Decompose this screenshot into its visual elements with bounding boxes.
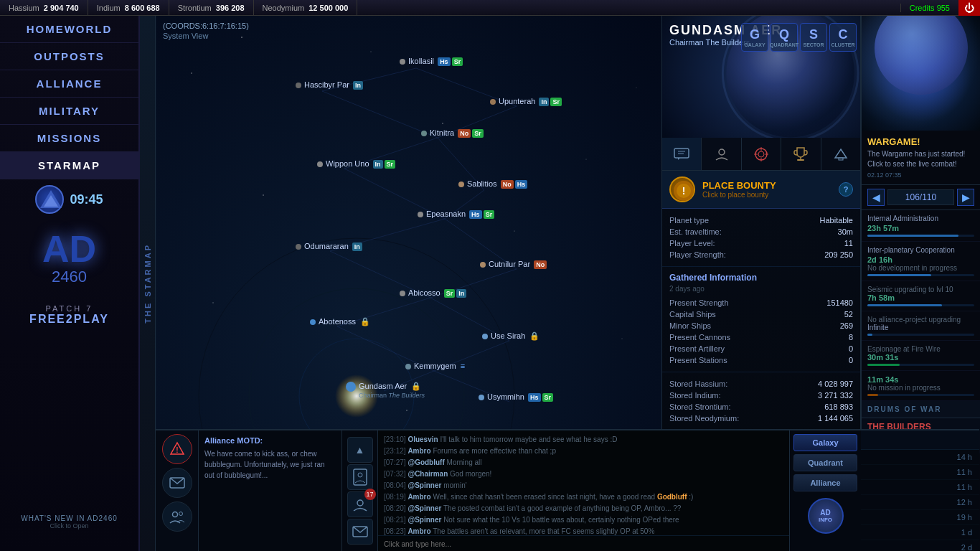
chat-message: [23:12] Ambro Forums are more effective … [384,446,783,457]
gathered-cannons: Present Cannons 8 [669,331,853,343]
motd-title: Alliance MOTD: [204,436,336,445]
bounty-icon: ! [669,176,695,202]
view-alliance-btn[interactable]: Alliance [793,474,857,491]
planet-cutnilur-par[interactable]: Cutnilur Par No [480,260,547,269]
action-chat[interactable] [662,138,702,170]
planet-epeasnakn[interactable]: Epeasnakn HsSr [418,209,494,219]
bottom-mid-btns: ▲ 17 [342,430,378,551]
svg-point-10 [622,339,623,339]
action-trophy[interactable] [781,138,821,170]
gathered-when: 2 days ago [669,285,853,293]
stored-indium: Stored Indium: 3 271 332 [669,390,853,401]
planet-dot [479,395,484,400]
planet-kitnitra[interactable]: Kitnitra NoSr [421,128,484,138]
nav-military[interactable]: MILITARY [0,98,138,125]
chat-messages: [23:10] Oluesvin I'll talk to him tomorr… [378,430,789,535]
svg-point-67 [357,500,363,506]
gathered-section: Gathered Information 2 days ago Present … [662,267,860,372]
view-quadrant-btn[interactable]: Quadrant [793,454,857,471]
planet-ikollasil[interactable]: Ikollasil HsSr [400,57,463,66]
gathered-artillery: Present Artillery 0 [669,343,853,354]
gathered-strength: Present Strength 151480 [669,297,853,309]
bottom-icons-left: ! [156,430,199,551]
stored-strontium: Stored Strontium: 618 893 [669,401,853,413]
chat-input[interactable] [384,540,783,548]
timer-display: 09:45 [70,192,103,207]
view-sector-btn[interactable]: S SECTOR [800,23,827,52]
svg-point-11 [406,410,407,411]
game-logo-year: 2460 [0,268,138,286]
nav-next-btn[interactable]: ▶ [957,189,974,206]
action-profile[interactable] [702,138,741,170]
planet-abicosso[interactable]: Abicosso SrIn [400,288,466,298]
mail-btn[interactable] [347,519,373,545]
planet-dot [346,382,356,392]
bounty-help-btn[interactable]: ? [839,182,853,197]
players-icon[interactable] [162,501,192,532]
ad-info-btn[interactable]: AD INFO [793,498,857,534]
bounty-bar[interactable]: ! PLACE BOUNTY Click to place bounty ? [662,171,860,209]
stored-neodymium: Stored Neodymium: 1 144 065 [669,413,853,424]
wargame-banner[interactable] [862,16,980,131]
view-cluster-btn[interactable]: C CLUSTER [829,23,857,52]
sidebar-stripe: THE STARMAP [140,16,156,551]
wargame-info[interactable]: WARGAME! The Wargame has just started! C… [862,131,980,185]
view-galaxy-btn[interactable]: G GALAXY [741,23,768,52]
planet-usymmihn[interactable]: Usymmihn HsSr [479,392,553,402]
planet-dot [400,291,405,296]
bottom-area: ! Alliance MOTD: We have come to kick as… [156,429,861,551]
svg-point-64 [179,512,182,516]
planet-kemmygem[interactable]: Kemmygem ≡ [405,362,465,370]
view-quadrant-btn[interactable]: Q QUADRANT [771,23,798,52]
up-btn[interactable]: ▲ [347,437,373,463]
nav-alliance[interactable]: ALLIANCE [0,70,138,98]
nav-outposts[interactable]: OUTPOSTS [0,43,138,70]
whats-new-sub[interactable]: Click to Open [0,522,138,529]
planet-dot [405,364,411,369]
nav-starmap[interactable]: STARMAP [0,152,138,179]
planet-dot [421,131,427,136]
action-fleet[interactable] [821,138,860,170]
planet-dot [296,244,301,250]
nav-prev-btn[interactable]: ◀ [867,189,885,206]
view-galaxy-btn[interactable]: Galaxy [793,434,857,451]
planet-wippon-uno[interactable]: Wippon Uno InSr [317,159,395,169]
chat-message: [08:23] Ambro The battles aren't as rele… [384,526,783,535]
left-sidebar: HOMEWORLD OUTPOSTS ALLIANCE MILITARY MIS… [0,16,140,551]
alert-icon[interactable]: ! [162,434,192,464]
gathered-capital: Capital Ships 52 [669,309,853,320]
chat-message: [08:04] @Spinner mornin' [384,480,783,491]
top-bar: Hassium 2 904 740 Indium 8 600 688 Stron… [0,0,980,16]
nav-missions[interactable]: MISSIONS [0,125,138,152]
planet-abotenoss[interactable]: Abotenoss 🔒 [310,317,370,326]
whats-new-link[interactable]: WHAT'S NEW IN AD2460 [0,514,138,522]
portrait-btn[interactable] [347,464,373,490]
svg-point-2 [191,72,192,74]
chat-message: [07:32] @Chairman God morgen! [384,468,783,480]
chat-message: [07:27] @Godbluff Morning all [384,457,783,468]
planet-sablitios[interactable]: Sablitios NoHs [458,179,527,189]
credits-display: Credits 955 [900,4,958,12]
alliance-btn[interactable]: 17 [347,491,373,517]
planet-header: GUNDASM AER Chairman The Builders G GALA… [662,16,860,138]
planet-use-sirah[interactable]: Use Sirah 🔒 [482,331,540,341]
nav-homeworld[interactable]: HOMEWORLD [0,16,138,43]
wargame-time: 02.12 07:35 [867,171,974,179]
motd-area: Alliance MOTD: We have come to kick ass,… [199,430,342,551]
action-target[interactable] [742,138,781,170]
bounty-title: PLACE BOUNTY [702,180,839,191]
mail-icon[interactable] [162,468,192,498]
planet-dot [400,59,405,65]
planet-upunterah[interactable]: Upunterah InSr [490,97,562,106]
nav-counter-row: ◀ 106/110 ▶ [862,185,980,210]
svg-point-3 [241,37,242,38]
planet-gundasm-aer[interactable]: Gundasm Aer 🔒 Chairman The Builders [346,382,425,399]
wargame-glow [862,16,980,131]
planet-odumararan[interactable]: Odumararan In [296,242,362,251]
wargame-desc: The Wargame has just started! Click to s… [867,149,974,169]
stripe-label: THE STARMAP [143,243,152,324]
power-button[interactable]: ⏻ [958,0,980,16]
planet-hascibyr-par[interactable]: Hascibyr Par In [296,80,363,90]
info-player-level: Player Level: 11 [669,237,853,249]
svg-rect-54 [797,159,804,161]
